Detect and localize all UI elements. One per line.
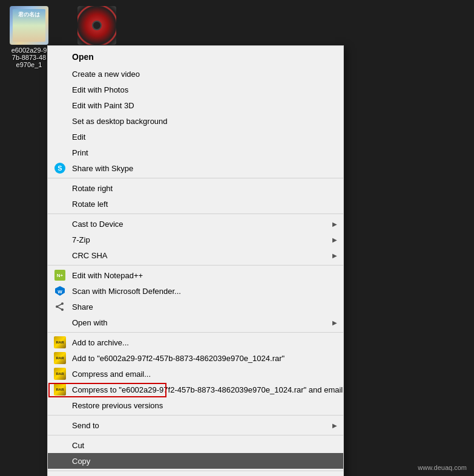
menu-item-rotate-left[interactable]: Rotate left: [48, 196, 343, 212]
separator-1: [48, 178, 343, 178]
separator-7: [48, 471, 343, 471]
menu-item-send-to[interactable]: Send to: [48, 417, 343, 433]
menu-item-7zip[interactable]: 7-Zip: [48, 232, 343, 247]
menu-item-share[interactable]: Share: [48, 299, 343, 315]
desktop-icon-music[interactable]: [73, 6, 121, 47]
menu-item-open[interactable]: Open: [48, 48, 343, 66]
menu-item-print[interactable]: Print: [48, 145, 343, 160]
separator-4: [48, 332, 343, 333]
separator-2: [48, 214, 343, 214]
movie-icon-image: 君の名は: [10, 6, 48, 45]
menu-item-create-shortcut[interactable]: Create shortcut: [48, 473, 343, 476]
menu-item-rotate-right[interactable]: Rotate right: [48, 180, 343, 196]
menu-item-cast-to-device[interactable]: Cast to Device: [48, 216, 343, 232]
context-menu: Open Create a new video Edit with Photos…: [47, 45, 344, 476]
menu-item-edit-photos[interactable]: Edit with Photos: [48, 82, 343, 97]
share-icon: [54, 301, 66, 313]
desktop: 君の名は e6002a29-97b-8873-48e970e_1 Open Cr…: [0, 0, 474, 476]
menu-item-open-with[interactable]: Open with: [48, 315, 343, 330]
separator-5: [48, 415, 343, 416]
menu-item-edit[interactable]: Edit: [48, 129, 343, 145]
defender-icon: W: [54, 285, 66, 297]
menu-item-crc-sha[interactable]: CRC SHA: [48, 247, 343, 263]
menu-item-scan-defender[interactable]: W Scan with Microsoft Defender...: [48, 283, 343, 299]
menu-item-create-new-video[interactable]: Create a new video: [48, 66, 343, 82]
desktop-icon-movie[interactable]: 君の名は e6002a29-97b-8873-48e970e_1: [5, 6, 53, 68]
winrar-icon-3: RAR: [54, 368, 66, 380]
menu-item-add-archive[interactable]: RAR Add to archive...: [48, 334, 343, 350]
notepadpp-icon: N+: [54, 269, 66, 281]
menu-item-set-desktop-bg[interactable]: Set as desktop background: [48, 113, 343, 129]
menu-item-compress-email[interactable]: RAR Compress and email...: [48, 366, 343, 382]
separator-6: [48, 435, 343, 435]
menu-item-restore-versions[interactable]: Restore previous versions: [48, 397, 343, 413]
menu-item-edit-notepad[interactable]: N+ Edit with Notepad++: [48, 267, 343, 283]
menu-item-compress-rar-email[interactable]: RAR Compress to "e6002a29-97f2-457b-8873…: [48, 382, 343, 397]
skype-icon: S: [54, 162, 66, 174]
watermark: www.deuaq.com: [418, 464, 467, 471]
menu-item-copy[interactable]: Copy: [48, 453, 343, 469]
svg-text:W: W: [58, 289, 62, 295]
winrar-icon-1: RAR: [54, 336, 66, 348]
menu-item-cut[interactable]: Cut: [48, 437, 343, 453]
winrar-icon-4: RAR: [54, 383, 66, 396]
winrar-icon-2: RAR: [54, 352, 66, 364]
menu-item-edit-paint3d[interactable]: Edit with Paint 3D: [48, 97, 343, 113]
menu-item-add-rar[interactable]: RAR Add to "e6002a29-97f2-457b-8873-4862…: [48, 350, 343, 366]
separator-3: [48, 265, 343, 266]
movie-icon-label: e6002a29-97b-8873-48e970e_1: [12, 47, 47, 68]
music-icon-image: [77, 6, 116, 45]
svg-line-6: [57, 307, 62, 310]
svg-line-5: [57, 304, 62, 307]
menu-item-share-skype[interactable]: S Share with Skype: [48, 160, 343, 176]
